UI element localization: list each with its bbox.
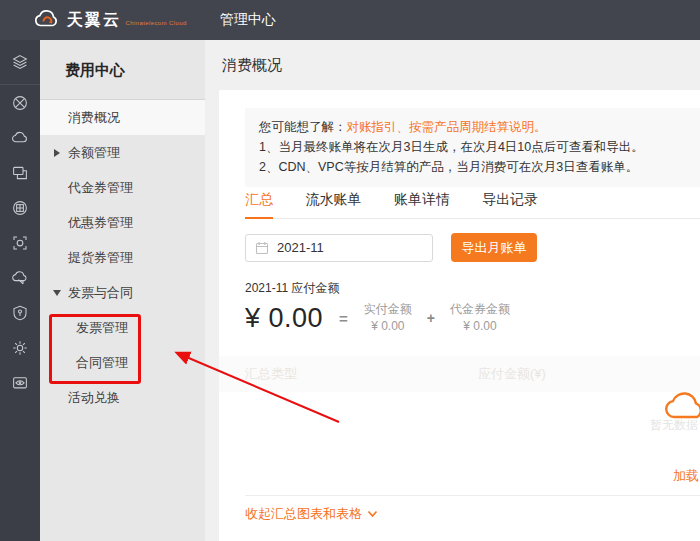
paid-label: 实付金额 — [364, 301, 412, 318]
voucher-value: ¥ 0.00 — [450, 318, 510, 335]
period-amount-label: 2021-11 应付金额 — [245, 280, 339, 297]
tab-flow-bill[interactable]: 流水账单 — [305, 191, 361, 217]
filter-row: 2021-11 导出月账单 — [245, 233, 537, 262]
media-circle-icon[interactable] — [11, 199, 29, 217]
monitor-eye-icon[interactable] — [11, 374, 29, 392]
brand-name: 天翼云 — [67, 11, 121, 28]
triangle-collapsed-icon — [54, 149, 60, 157]
sidebar-item-pickup-coupon[interactable]: 提货券管理 — [40, 240, 205, 275]
cloud-logo-icon — [33, 8, 60, 33]
billing-center-sidebar: 费用中心 消费概况 余额管理 代金券管理 优惠券管理 提货券管理 发票与合同 发… — [40, 40, 205, 541]
equals-sign: = — [339, 310, 348, 327]
page-title: 消费概况 — [222, 56, 282, 75]
sidebar-item-balance-management[interactable]: 余额管理 — [40, 135, 205, 170]
sidebar-item-invoice-contract[interactable]: 发票与合同 — [40, 275, 205, 310]
security-shield-icon[interactable] — [11, 304, 29, 322]
amount-summary: ¥ 0.00 = 实付金额 ¥ 0.00 + 代金券金额 ¥ 0.00 — [245, 301, 510, 335]
notice-line-1: 1、当月最终账单将在次月3日生成，在次月4日10点后可查看和导出。 — [259, 137, 686, 157]
top-header: 天翼云 Chinatelecom Cloud 管理中心 — [0, 0, 700, 40]
voucher-label: 代金券金额 — [450, 301, 510, 318]
brand-subtitle: Chinatelecom Cloud — [125, 20, 186, 26]
sidebar-title: 费用中心 — [40, 40, 205, 100]
settings-gear-icon[interactable] — [11, 339, 29, 357]
sidebar-item-consumption-overview[interactable]: 消费概况 — [40, 100, 205, 135]
sidebar-item-cash-coupon[interactable]: 代金券管理 — [40, 170, 205, 205]
voucher-amount-block: 代金券金额 ¥ 0.00 — [450, 301, 510, 335]
annotation-red-box — [49, 314, 141, 384]
column-payable-amount: 应付金额(¥) — [478, 356, 546, 392]
notice-intro: 您可能想了解： — [259, 120, 347, 134]
left-icon-rail — [0, 40, 40, 541]
scan-icon[interactable] — [11, 234, 29, 252]
tab-bar: 汇总 流水账单 账单详情 导出记录 — [245, 190, 700, 219]
sidebar-item-discount-coupon[interactable]: 优惠券管理 — [40, 205, 205, 240]
collapse-summary-link[interactable]: 收起汇总图表和表格 — [245, 505, 378, 523]
annotation-red-arrow — [160, 342, 352, 434]
no-data-text: 暂无数据 — [650, 417, 698, 434]
notice-links[interactable]: 对账指引、按需产品周期结算说明。 — [347, 120, 547, 134]
chevron-down-icon — [367, 510, 378, 518]
export-monthly-bill-button[interactable]: 导出月账单 — [451, 233, 537, 262]
products-stack-icon[interactable] — [11, 53, 29, 71]
global-network-icon[interactable] — [11, 94, 29, 112]
cloud-server-icon[interactable] — [11, 129, 29, 147]
screens-icon[interactable] — [11, 164, 29, 182]
tab-summary[interactable]: 汇总 — [245, 191, 273, 219]
notice-banner: 您可能想了解：对账指引、按需产品周期结算说明。 1、当月最终账单将在次月3日生成… — [245, 108, 700, 187]
brand-logo[interactable]: 天翼云 Chinatelecom Cloud — [33, 8, 187, 33]
footer-divider — [245, 495, 700, 496]
month-value: 2021-11 — [277, 240, 324, 255]
paid-value: ¥ 0.00 — [364, 318, 412, 335]
total-amount: ¥ 0.00 — [245, 303, 323, 334]
nav-management-center[interactable]: 管理中心 — [220, 11, 276, 29]
plus-sign: + — [427, 310, 435, 326]
loading-link[interactable]: 加载 — [673, 467, 699, 485]
cloud-transfer-icon[interactable] — [11, 269, 29, 287]
notice-line-2: 2、CDN、VPC等按月结算的产品，当月消费可在次月3日查看账单。 — [259, 157, 686, 177]
tab-export-record[interactable]: 导出记录 — [482, 191, 538, 217]
rail-separator — [0, 84, 40, 85]
tab-bill-detail[interactable]: 账单详情 — [394, 191, 450, 217]
paid-amount-block: 实付金额 ¥ 0.00 — [364, 301, 412, 335]
month-picker-input[interactable]: 2021-11 — [245, 234, 433, 262]
content-card: 您可能想了解：对账指引、按需产品周期结算说明。 1、当月最终账单将在次月3日生成… — [219, 90, 700, 541]
triangle-expanded-icon — [53, 290, 61, 296]
calendar-icon — [255, 241, 269, 255]
